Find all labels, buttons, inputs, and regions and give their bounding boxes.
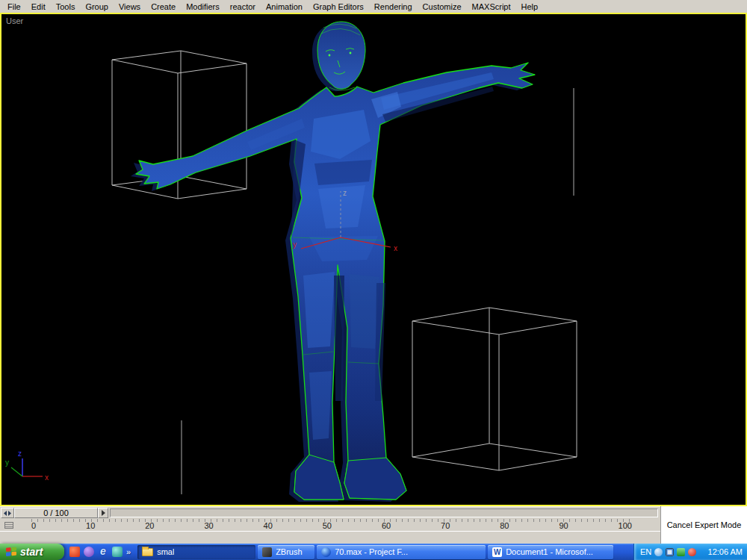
start-label: start bbox=[20, 546, 43, 558]
trackbar-tick-0: 0 bbox=[31, 521, 36, 530]
menu-tools[interactable]: Tools bbox=[51, 1, 81, 12]
menu-file[interactable]: File bbox=[2, 1, 26, 12]
gizmo-z-axis-label: z bbox=[343, 189, 347, 197]
trackbar-icon-area[interactable] bbox=[0, 519, 28, 531]
3dsmax-window: File Edit Tools Group Views Create Modif… bbox=[0, 0, 747, 560]
antivirus-tray-icon[interactable] bbox=[688, 548, 696, 556]
trackbar-tick-80: 80 bbox=[500, 521, 509, 530]
viewport-label: User bbox=[6, 16, 23, 25]
time-slider-toggle-button[interactable] bbox=[1, 508, 14, 518]
task-label: ZBrush bbox=[276, 547, 302, 556]
zbrush-icon bbox=[262, 547, 272, 557]
tripod-y-axis-label: y bbox=[5, 458, 9, 467]
trackbar-numbers: 0 10 20 30 40 50 60 70 80 90 100 bbox=[28, 521, 632, 530]
frame-indicator: 0 / 100 bbox=[43, 508, 69, 517]
bottom-panel: 0 / 100 0 10 20 30 bbox=[0, 506, 747, 544]
menu-graph-editors[interactable]: Graph Editors bbox=[308, 1, 369, 12]
network-tray-icon[interactable] bbox=[677, 548, 685, 556]
time-slider-mini-icon bbox=[4, 510, 11, 517]
menu-modifiers[interactable]: Modifiers bbox=[181, 1, 225, 12]
character-model[interactable] bbox=[131, 22, 535, 502]
menu-bar: File Edit Tools Group Views Create Modif… bbox=[0, 0, 747, 13]
model-left-eye bbox=[329, 55, 331, 57]
task-label: smal bbox=[157, 547, 174, 556]
teal-app-icon[interactable] bbox=[112, 547, 123, 557]
reference-box-wireframe-lower-right[interactable] bbox=[412, 308, 577, 470]
menu-rendering[interactable]: Rendering bbox=[369, 1, 418, 12]
trackbar-tick-70: 70 bbox=[441, 521, 450, 530]
system-tray: EN 12:06 AM bbox=[633, 544, 747, 560]
menu-animation[interactable]: Animation bbox=[261, 1, 308, 12]
menu-maxscript[interactable]: MAXScript bbox=[467, 1, 516, 12]
menu-create[interactable]: Create bbox=[146, 1, 181, 12]
quick-launch-overflow-icon[interactable]: » bbox=[126, 547, 131, 556]
task-button-zbrush[interactable]: ZBrush bbox=[258, 545, 314, 559]
trackbar-tick-60: 60 bbox=[382, 521, 391, 530]
menu-views[interactable]: Views bbox=[114, 1, 146, 12]
tripod-z-axis-label: z bbox=[18, 449, 22, 458]
menu-edit[interactable]: Edit bbox=[26, 1, 51, 12]
trackbar-tick-100: 100 bbox=[619, 521, 632, 530]
task-button-smal[interactable]: smal bbox=[137, 545, 255, 559]
menu-customize[interactable]: Customize bbox=[418, 1, 467, 12]
internet-explorer-icon[interactable]: e bbox=[98, 547, 108, 557]
taskbar: start e » smal ZBrush 70.max - Project F… bbox=[0, 544, 747, 560]
trackbar-tick-30: 30 bbox=[204, 521, 213, 530]
status-bar bbox=[0, 531, 660, 544]
trackbar-tick-20: 20 bbox=[145, 521, 154, 530]
track-bar[interactable]: 0 10 20 30 40 50 60 70 80 90 100 bbox=[0, 519, 660, 531]
purple-app-icon[interactable] bbox=[84, 547, 94, 557]
gizmo-y-axis-label: y bbox=[293, 240, 297, 249]
language-bar[interactable]: EN bbox=[640, 547, 651, 556]
time-slider-handle[interactable]: 0 / 100 bbox=[14, 508, 98, 518]
menu-reactor[interactable]: reactor bbox=[225, 1, 261, 12]
trackbar-tick-90: 90 bbox=[559, 521, 568, 530]
trackbar-tick-40: 40 bbox=[264, 521, 273, 530]
menu-help[interactable]: Help bbox=[516, 1, 544, 12]
quick-launch: e » bbox=[64, 544, 136, 560]
task-label: 70.max - Project F... bbox=[335, 547, 408, 556]
next-frame-button[interactable] bbox=[98, 508, 108, 518]
task-button-document1[interactable]: W Document1 - Microsof... bbox=[488, 545, 613, 559]
tripod-x-axis-label: x bbox=[45, 473, 49, 482]
folder-icon bbox=[142, 548, 153, 556]
next-frame-icon bbox=[102, 510, 105, 516]
windows-flag-icon bbox=[5, 547, 17, 557]
volume-tray-icon[interactable] bbox=[654, 548, 663, 556]
viewport-scene: x y z z x y bbox=[0, 13, 747, 506]
viewport-user[interactable]: User bbox=[0, 13, 747, 506]
time-slider-row: 0 / 100 bbox=[0, 506, 660, 519]
gizmo-x-axis-label: x bbox=[394, 244, 397, 252]
taskbar-tasks: smal ZBrush 70.max - Project F... W Docu… bbox=[136, 544, 633, 560]
trackbar-tick-10: 10 bbox=[86, 521, 95, 530]
taskbar-clock[interactable]: 12:06 AM bbox=[708, 547, 743, 556]
menu-group[interactable]: Group bbox=[80, 1, 114, 12]
orange-app-icon[interactable] bbox=[69, 547, 80, 557]
trackbar-tick-50: 50 bbox=[323, 521, 332, 530]
trackbar-mode-icon bbox=[4, 522, 13, 529]
3dsmax-file-icon bbox=[321, 547, 331, 557]
cancel-expert-mode-button[interactable]: Cancel Expert Mode bbox=[660, 506, 747, 544]
model-right-eye bbox=[350, 52, 352, 55]
model-shoes bbox=[294, 455, 406, 500]
task-button-70max[interactable]: 70.max - Project F... bbox=[317, 545, 486, 559]
display-settings-tray-icon[interactable] bbox=[666, 548, 674, 556]
time-slider-track[interactable] bbox=[110, 508, 658, 517]
word-icon: W bbox=[492, 547, 502, 557]
start-button[interactable]: start bbox=[0, 544, 64, 560]
viewport-axis-tripod: z x y bbox=[5, 449, 49, 482]
task-label: Document1 - Microsof... bbox=[506, 547, 593, 556]
